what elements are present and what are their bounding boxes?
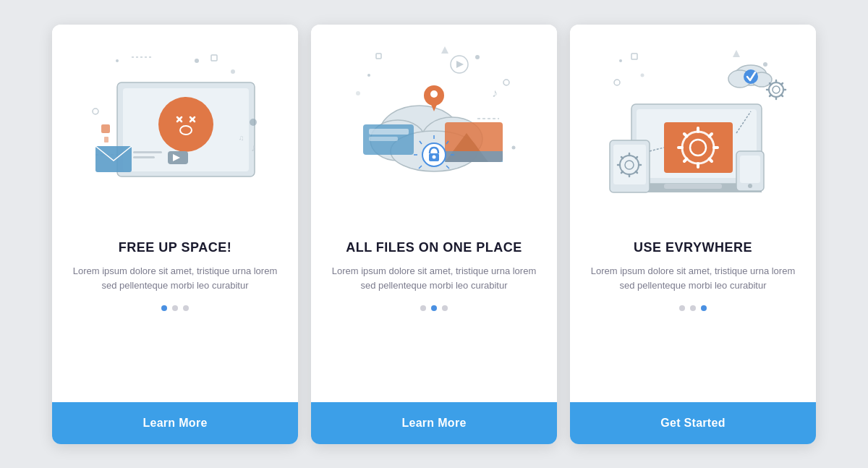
dot-2-1	[420, 305, 426, 311]
svg-line-90	[684, 158, 687, 161]
svg-point-57	[367, 74, 370, 77]
svg-rect-43	[369, 137, 398, 141]
get-started-button[interactable]: Get Started	[570, 402, 816, 444]
svg-point-109	[748, 184, 752, 188]
svg-rect-20	[101, 124, 110, 133]
card-dots-3	[679, 305, 707, 311]
svg-point-3	[93, 109, 98, 114]
dot-3-1	[679, 305, 685, 311]
svg-point-67	[744, 69, 758, 84]
svg-rect-25	[211, 55, 217, 61]
svg-text:♫: ♫	[239, 134, 244, 142]
svg-text:♪: ♪	[251, 142, 256, 153]
svg-line-77	[770, 95, 771, 96]
card-body-2: ALL FILES ON ONE PLACE Lorem ipsum dolor…	[311, 227, 557, 402]
svg-marker-32	[456, 61, 464, 68]
svg-point-7	[158, 97, 213, 152]
card-title-2: ALL FILES ON ONE PLACE	[346, 240, 522, 255]
svg-point-111	[641, 73, 644, 77]
card-desc-1: Lorem ipsum dolore sit amet, tristique u…	[72, 264, 278, 294]
svg-marker-60	[733, 50, 740, 57]
card-desc-3: Lorem ipsum dolore sit amet, tristique u…	[590, 264, 796, 294]
svg-line-89	[710, 134, 712, 137]
svg-point-82	[690, 140, 706, 156]
svg-point-22	[250, 119, 257, 126]
dot-3-3	[701, 305, 707, 311]
svg-point-1	[231, 69, 235, 74]
card-desc-2: Lorem ipsum dolore sit amet, tristique u…	[331, 264, 537, 294]
svg-rect-62	[631, 54, 637, 59]
dot-2-3	[442, 305, 448, 311]
svg-point-30	[356, 91, 360, 95]
svg-line-101	[621, 157, 623, 158]
svg-rect-28	[376, 54, 381, 59]
card-dots-1	[161, 305, 189, 311]
svg-point-24	[195, 59, 199, 63]
card-use-everywhere: USE EVRYWHERE Lorem ipsum dolore sit ame…	[570, 25, 816, 444]
svg-text:♪: ♪	[492, 87, 498, 99]
svg-point-69	[773, 86, 780, 93]
card-free-space: ♪ ♫ FREE UP SPACE! Lorem ipsum dolore si…	[52, 25, 298, 444]
svg-point-45	[430, 90, 438, 98]
svg-point-63	[614, 80, 620, 85]
svg-rect-17	[133, 156, 155, 158]
learn-more-button-2[interactable]: Learn More	[311, 402, 557, 444]
svg-rect-40	[445, 151, 503, 162]
learn-more-button-1[interactable]: Learn More	[52, 402, 298, 444]
card-title-1: FREE UP SPACE!	[119, 240, 231, 255]
svg-line-88	[710, 158, 712, 161]
dot-1-1	[161, 305, 167, 311]
card-illustration-1: ♪ ♫	[52, 25, 298, 227]
card-illustration-2: ♪	[311, 25, 557, 227]
svg-point-61	[763, 62, 767, 67]
card-body-1: FREE UP SPACE! Lorem ipsum dolore sit am…	[52, 227, 298, 402]
dot-2-2	[431, 305, 437, 311]
svg-point-29	[503, 80, 509, 85]
svg-line-75	[781, 95, 783, 96]
svg-rect-42	[369, 129, 409, 135]
svg-line-102	[636, 171, 637, 173]
svg-point-110	[619, 59, 622, 62]
svg-point-0	[116, 59, 119, 62]
card-all-files: ♪	[311, 25, 557, 444]
svg-rect-108	[740, 156, 760, 183]
svg-line-76	[781, 83, 783, 85]
dot-1-3	[183, 305, 189, 311]
svg-point-49	[433, 155, 436, 158]
card-dots-2	[420, 305, 448, 311]
svg-line-74	[770, 83, 771, 85]
svg-point-27	[475, 55, 480, 59]
card-illustration-3	[570, 25, 816, 227]
card-body-3: USE EVRYWHERE Lorem ipsum dolore sit ame…	[570, 227, 816, 402]
svg-line-87	[684, 134, 687, 137]
card-title-3: USE EVRYWHERE	[634, 240, 752, 255]
svg-point-58	[512, 145, 516, 149]
svg-rect-92	[664, 184, 722, 189]
cards-container: ♪ ♫ FREE UP SPACE! Lorem ipsum dolore si…	[52, 25, 816, 444]
svg-marker-26	[441, 46, 448, 54]
dot-1-2	[172, 305, 178, 311]
svg-line-103	[636, 157, 637, 158]
svg-line-104	[621, 171, 623, 173]
svg-rect-16	[133, 151, 162, 153]
dot-3-2	[690, 305, 696, 311]
svg-rect-21	[104, 137, 109, 142]
